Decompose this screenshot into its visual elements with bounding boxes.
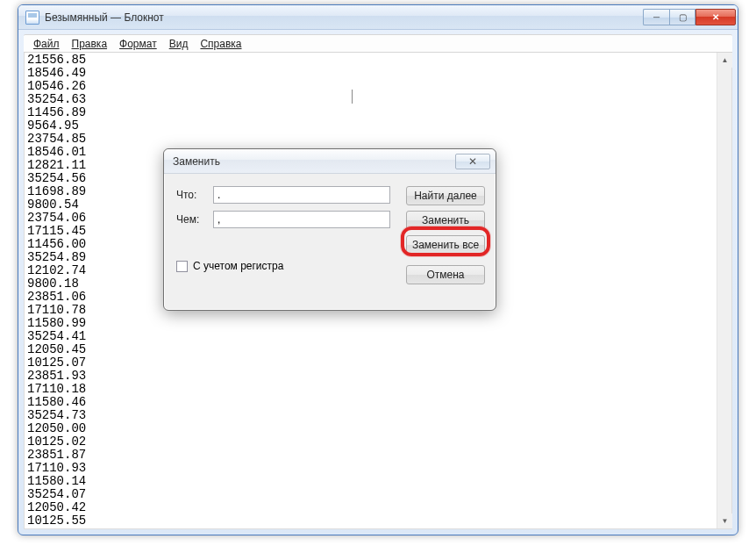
cancel-button[interactable]: Отмена (406, 265, 485, 284)
notepad-icon (25, 11, 39, 25)
window-controls: ─ ▢ ✕ (643, 9, 736, 25)
minimize-button[interactable]: ─ (643, 9, 669, 25)
notepad-window: Безымянный — Блокнот ─ ▢ ✕ Файл Правка Ф… (18, 4, 738, 535)
find-what-label: Что: (176, 189, 213, 201)
menu-help[interactable]: Справка (194, 36, 247, 52)
scroll-up-icon[interactable]: ▲ (717, 53, 732, 68)
match-case-row[interactable]: С учетом регистра (176, 260, 283, 272)
menu-view[interactable]: Вид (163, 36, 195, 52)
replace-with-label: Чем: (176, 213, 213, 226)
dialog-titlebar[interactable]: Заменить ✕ (164, 149, 496, 174)
dialog-title: Заменить (173, 155, 455, 168)
maximize-button[interactable]: ▢ (669, 9, 695, 25)
vertical-scrollbar[interactable]: ▲ ▼ (717, 53, 731, 528)
replace-with-input[interactable] (213, 211, 390, 228)
match-case-checkbox[interactable] (176, 261, 188, 272)
titlebar[interactable]: Безымянный — Блокнот ─ ▢ ✕ (18, 5, 738, 30)
scroll-down-icon[interactable]: ▼ (717, 514, 732, 528)
replace-all-button[interactable]: Заменить все (406, 235, 485, 255)
dialog-buttons: Найти далее Заменить Заменить все Отмена (406, 186, 485, 284)
close-button[interactable]: ✕ (695, 9, 736, 25)
menu-file[interactable]: Файл (27, 36, 66, 52)
menubar: Файл Правка Формат Вид Справка (24, 34, 732, 53)
match-case-label: С учетом регистра (193, 260, 283, 272)
dialog-body: Что: Чем: С учетом регистра Найти далее … (164, 174, 496, 310)
find-next-button[interactable]: Найти далее (406, 186, 485, 205)
replace-dialog: Заменить ✕ Что: Чем: С учетом регистра Н… (163, 148, 496, 311)
menu-format[interactable]: Формат (113, 36, 163, 52)
menu-edit[interactable]: Правка (66, 36, 114, 52)
dialog-close-button[interactable]: ✕ (455, 154, 490, 169)
replace-button[interactable]: Заменить (406, 211, 485, 230)
find-what-input[interactable] (213, 186, 390, 204)
window-title: Безымянный — Блокнот (45, 11, 643, 24)
